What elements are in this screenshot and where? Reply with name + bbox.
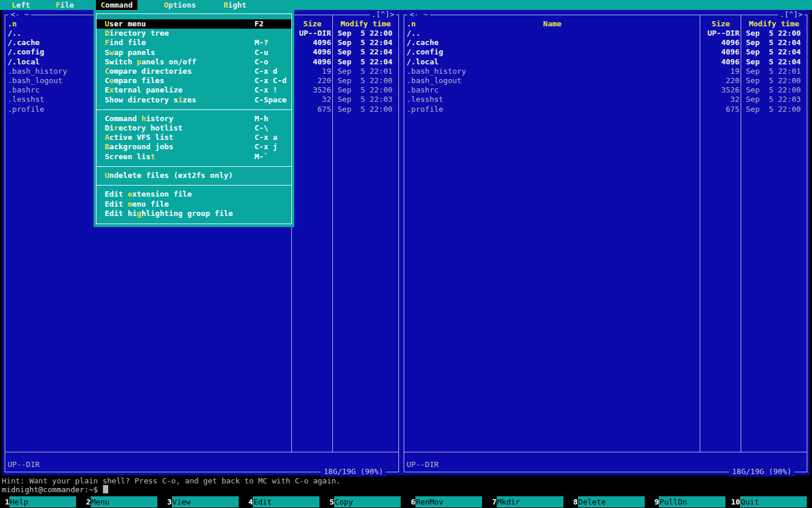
hotkey-letter: F	[56, 1, 60, 9]
file-size: 4096	[700, 57, 741, 67]
column-header-mtime[interactable]: Modify time	[741, 19, 807, 29]
fkey-number: 6	[406, 496, 415, 507]
text-cursor	[103, 485, 108, 493]
hotkey-letter: L	[12, 1, 16, 9]
menu-item-label: Edit extension file	[105, 190, 192, 198]
fkey-5-copy[interactable]: 5Copy	[325, 496, 406, 507]
fkey-number: 10	[731, 496, 740, 507]
menu-item-show-directory-sizes[interactable]: Show directory sizesC-Space	[97, 95, 291, 105]
file-row[interactable]: .profile675Sep 5 22:00	[404, 105, 807, 114]
file-size: 4096	[700, 38, 741, 47]
menu-item-edit-extension-file[interactable]: Edit extension file	[97, 190, 291, 199]
file-size: 32	[700, 95, 741, 104]
panel-separator	[404, 452, 807, 452]
menubar-item-right[interactable]: Right	[223, 0, 246, 10]
menu-item-external-panelize[interactable]: External panelizeC-x !	[97, 85, 291, 95]
file-mtime: Sep 5 22:00	[333, 76, 398, 85]
left-panel-path-button[interactable]: <- ~	[8, 10, 31, 19]
menu-item-screen-list[interactable]: Screen listM-`	[97, 152, 291, 162]
menu-item-directory-hotlist[interactable]: Directory hotlistC-\	[97, 123, 291, 133]
column-header-size[interactable]: Size	[700, 19, 741, 29]
right-sort-indicator[interactable]: .n	[407, 19, 416, 29]
file-row[interactable]: /.config4096Sep 5 22:04	[404, 47, 807, 57]
menu-item-shortcut: C-u	[254, 48, 268, 57]
menu-item-label: Active VFS list	[105, 133, 173, 142]
menu-item-find-file[interactable]: Find fileM-?	[97, 38, 291, 47]
menu-item-label: External panelize	[105, 85, 183, 94]
fkey-6-renmov[interactable]: 6RenMov	[406, 496, 487, 507]
menu-item-shortcut: C-o	[254, 57, 268, 67]
function-key-bar: 1Help2Menu3View4Edit5Copy6RenMov7Mkdir8D…	[0, 496, 812, 508]
menu-item-user-menu[interactable]: User menuF2	[97, 19, 291, 29]
fkey-label: RenMov	[415, 496, 482, 507]
file-size: UP--DIR	[292, 29, 333, 38]
file-size: 3526	[700, 85, 741, 95]
file-size: 4096	[292, 47, 333, 57]
menubar-item-left[interactable]: Left	[12, 0, 30, 10]
fkey-3-view[interactable]: 3View	[163, 496, 244, 507]
fkey-9-pulldn[interactable]: 9PullDn	[649, 496, 731, 507]
menu-item-background-jobs[interactable]: Background jobsC-x j	[97, 142, 291, 152]
file-row[interactable]: /.cache4096Sep 5 22:04	[404, 38, 807, 47]
left-sort-indicator[interactable]: .n	[8, 19, 17, 29]
fkey-label: Help	[9, 496, 76, 507]
file-row[interactable]: .lesshst32Sep 5 22:03	[404, 95, 807, 104]
file-name: /..	[404, 29, 700, 38]
menubar-item-command[interactable]: Command	[96, 0, 137, 10]
file-row[interactable]: .bashrc3526Sep 5 22:00	[404, 85, 807, 95]
menubar-item-options[interactable]: Options	[164, 0, 196, 10]
file-row[interactable]: .bash_logout220Sep 5 22:00	[404, 76, 807, 85]
right-panel: <- ~.[^]>.nNameSizeModify time/..UP--DIR…	[401, 10, 810, 475]
right-panel-nav-buttons[interactable]: .[^]>	[778, 10, 804, 19]
column-header-mtime[interactable]: Modify time	[333, 19, 398, 29]
menu-item-edit-menu-file[interactable]: Edit menu file	[97, 200, 291, 209]
menu-item-active-vfs-list[interactable]: Active VFS listC-x a	[97, 133, 291, 142]
menu-item-undelete-files-ext2fs-only[interactable]: Undelete files (ext2fs only)	[97, 171, 291, 180]
menu-item-swap-panels[interactable]: Swap panelsC-u	[97, 48, 291, 57]
hotkey-letter: g	[137, 209, 142, 218]
file-row[interactable]: /..UP--DIRSep 5 22:00	[404, 29, 807, 38]
file-row[interactable]: /.local4096Sep 5 22:04	[404, 57, 807, 67]
menu-item-label: Command history	[105, 114, 173, 123]
left-panel-nav-buttons[interactable]: .[^]>	[370, 10, 396, 19]
menu-separator	[97, 162, 291, 171]
fkey-1-help[interactable]: 1Help	[0, 496, 81, 507]
menu-item-shortcut: C-x d	[254, 67, 277, 76]
fkey-10-quit[interactable]: 10Quit	[731, 496, 812, 507]
file-mtime: Sep 5 22:03	[741, 95, 807, 104]
file-mtime: Sep 5 22:00	[333, 105, 398, 114]
menu-item-switch-panels-on-off[interactable]: Switch panels on/offC-o	[97, 57, 291, 67]
file-row[interactable]: .bash_history19Sep 5 22:01	[404, 67, 807, 76]
file-size: 220	[292, 76, 333, 85]
command-dropdown-menu: User menuF2Directory treeFind fileM-?Swa…	[94, 10, 294, 227]
menubar-item-file[interactable]: File	[56, 0, 74, 10]
menu-item-edit-highlighting-group-file[interactable]: Edit highlighting group file	[97, 209, 291, 218]
column-header-name[interactable]: Name	[404, 19, 700, 29]
column-header-size[interactable]: Size	[292, 19, 333, 29]
right-free-space: 18G/19G (90%)	[729, 467, 794, 476]
file-mtime: Sep 5 22:04	[741, 47, 807, 57]
menu-item-label: Undelete files (ext2fs only)	[105, 171, 233, 180]
hotkey-letter: e	[128, 190, 132, 198]
fkey-8-delete[interactable]: 8Delete	[569, 496, 650, 507]
right-file-list: /..UP--DIRSep 5 22:00/.cache4096Sep 5 22…	[404, 29, 807, 114]
menu-item-compare-directories[interactable]: Compare directoriesC-x d	[97, 67, 291, 76]
menu-item-directory-tree[interactable]: Directory tree	[97, 29, 291, 38]
file-name: .lesshst	[404, 95, 700, 104]
file-name: .profile	[404, 105, 700, 114]
file-size: 3526	[292, 85, 333, 95]
fkey-4-edit[interactable]: 4Edit	[243, 496, 325, 507]
fkey-7-mkdir[interactable]: 7Mkdir	[487, 496, 569, 507]
menu-item-command-history[interactable]: Command historyM-h	[97, 114, 291, 123]
file-name: /.cache	[404, 38, 700, 47]
fkey-2-menu[interactable]: 2Menu	[81, 496, 163, 507]
file-name: .bash_history	[404, 67, 700, 76]
separator-line	[97, 109, 291, 110]
menu-item-shortcut: M-?	[254, 38, 268, 47]
right-panel-path-button[interactable]: <- ~	[407, 10, 430, 19]
panel-separator	[5, 452, 399, 452]
menu-item-shortcut: C-\	[254, 123, 268, 133]
menu-item-compare-files[interactable]: Compare filesC-x C-d	[97, 76, 291, 85]
file-size: 4096	[292, 38, 333, 47]
shell-prompt-line[interactable]: midnight@commander:~$	[2, 485, 108, 495]
